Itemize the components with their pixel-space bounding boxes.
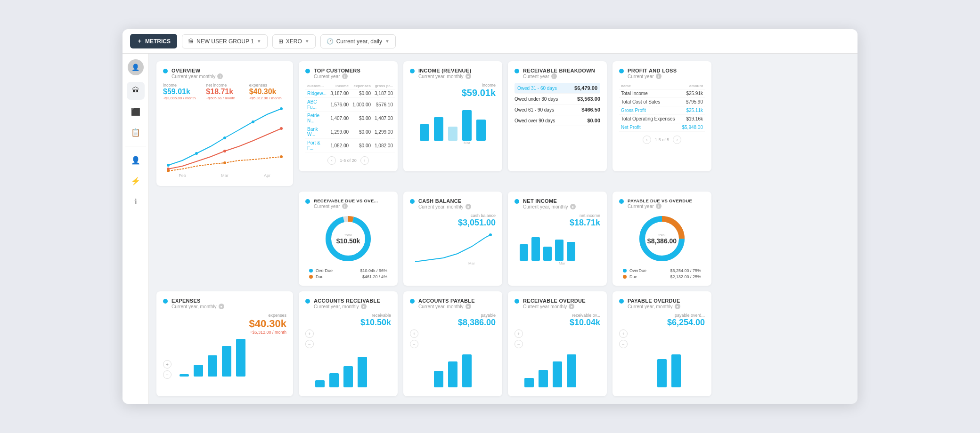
receivable-overdue-card: RECEIVABLE OVERDUE Current year monthly … — [508, 291, 607, 396]
recvov-title: RECEIVABLE OVERDUE — [523, 298, 586, 304]
overview-title: OVERVIEW — [172, 68, 223, 73]
customers-title: TOP CUSTOMERS — [314, 68, 360, 73]
pnl-next[interactable]: › — [673, 136, 681, 144]
sidebar: 👤 🏛 ⬛ 📋 👤 ⚡ ℹ — [122, 54, 149, 404]
recvov-zoom-out[interactable]: − — [514, 340, 523, 348]
svg-rect-43 — [434, 371, 443, 387]
metrics-button[interactable]: ＋ METRICS — [130, 34, 177, 48]
accrec-zoom-in[interactable]: + — [305, 329, 314, 338]
payov-zoom-out[interactable]: − — [619, 340, 628, 348]
dashboard-row3: EXPENSES Current year, monthly ● expense… — [156, 291, 850, 396]
svg-rect-17 — [462, 110, 472, 141]
net-income-metric: net income $18.71k +$505.sa / month — [206, 83, 243, 100]
accpay-zoom-out[interactable]: − — [410, 340, 418, 348]
exp-info[interactable]: ● — [219, 304, 224, 309]
payov-dot — [619, 299, 624, 304]
pnl-col-amount: amount — [679, 83, 705, 89]
svg-text:Feb: Feb — [179, 173, 186, 178]
svg-rect-38 — [236, 339, 245, 377]
svg-rect-37 — [222, 346, 231, 377]
income-info[interactable]: ● — [466, 73, 471, 79]
recvov-bar-chart — [514, 352, 600, 390]
xero-dropdown[interactable]: ⊞ XERO ▼ — [272, 34, 316, 48]
pnl-prev[interactable]: ‹ — [643, 136, 651, 144]
overview-dot — [163, 69, 168, 73]
sidebar-item-list[interactable]: 📋 — [127, 123, 145, 141]
customers-info[interactable]: i — [342, 73, 348, 79]
recv-dot — [514, 69, 519, 73]
accpay-bar-chart — [410, 352, 496, 390]
sidebar-item-grid[interactable]: ⬛ — [127, 103, 145, 120]
payov-info[interactable]: ● — [675, 304, 680, 309]
exp-change: +$5,312.00 / month — [163, 330, 286, 335]
customers-table: custom... income expenses gross pr... Ri… — [305, 83, 395, 152]
accrec-zoom-out[interactable]: − — [305, 340, 314, 348]
svg-rect-14 — [420, 124, 429, 141]
svg-text:Apr: Apr — [264, 173, 270, 178]
svg-point-7 — [280, 127, 283, 130]
period-label: Current year, daily — [336, 38, 382, 45]
receivable-breakdown-card: RECEIVABLE BREAKDOWN Current year i Owed… — [508, 61, 607, 171]
accrec-value: $10.50k — [360, 318, 391, 328]
overview-subtitle: Current year monthly i — [172, 73, 223, 79]
payov-zoom-in[interactable]: + — [619, 329, 628, 338]
svg-point-10 — [280, 155, 283, 158]
next-page[interactable]: › — [360, 156, 369, 165]
recv-info[interactable]: i — [551, 73, 557, 79]
accrec-bar-chart — [305, 352, 391, 390]
overview-info[interactable]: i — [217, 73, 223, 79]
recvov-val-label: receivable ov... — [572, 313, 600, 318]
sidebar-item-dashboard[interactable]: 🏛 — [127, 82, 145, 100]
sidebar-divider — [125, 146, 146, 146]
payable-due-card: PAYABLE DUE VS OVERDUE Current year i — [612, 192, 711, 286]
exp-zoom-in[interactable]: + — [163, 360, 172, 369]
exp-zoom-out[interactable]: − — [163, 370, 172, 379]
grid-icon: ⊞ — [278, 38, 283, 45]
svg-rect-45 — [462, 354, 472, 387]
accpay-info[interactable]: ● — [466, 304, 471, 309]
pnl-title: PROFIT AND LOSS — [628, 68, 677, 73]
paydue-info[interactable]: i — [656, 203, 662, 209]
netinc-value: $18.71k — [514, 218, 600, 228]
income-dot — [410, 69, 415, 73]
recvov-zoom-in[interactable]: + — [514, 329, 523, 338]
accpay-value: $8,386.00 — [458, 318, 496, 328]
svg-rect-48 — [553, 361, 562, 387]
sidebar-item-user[interactable]: 👤 — [127, 151, 145, 169]
sidebar-item-lightning[interactable]: ⚡ — [127, 172, 145, 190]
caret-icon3: ▼ — [385, 39, 390, 44]
svg-rect-40 — [329, 373, 339, 387]
metrics-label: METRICS — [145, 38, 171, 45]
table-row: Ridgew...3,187.00$0.003,187.00 — [305, 89, 395, 98]
recvov-dot — [514, 299, 519, 304]
customers-pagination: ‹ 1-5 of 20 › — [305, 156, 391, 165]
group-dropdown[interactable]: 🏛 NEW USER GROUP 1 ▼ — [182, 34, 268, 48]
accrec-info[interactable]: ● — [361, 304, 367, 309]
sidebar-item-info[interactable]: ℹ — [127, 192, 145, 210]
prev-page[interactable]: ‹ — [327, 156, 336, 165]
col-gross: gross pr... — [373, 83, 395, 89]
svg-rect-47 — [539, 370, 548, 387]
cash-title: CASH BALANCE — [418, 198, 471, 204]
period-dropdown[interactable]: 🕐 Current year, daily ▼ — [320, 34, 396, 48]
netinc-info[interactable]: ● — [570, 204, 576, 209]
svg-rect-28 — [555, 240, 564, 261]
svg-point-8 — [167, 169, 170, 172]
pnl-dot — [619, 69, 624, 73]
recvdue-info[interactable]: i — [342, 203, 348, 209]
svg-rect-26 — [531, 237, 540, 261]
accpay-val-label: payable — [481, 313, 496, 318]
income-revenue-card: INCOME (REVENUE) Current year, monthly ●… — [403, 61, 502, 171]
recvov-info[interactable]: ● — [569, 304, 574, 309]
table-row: Total Income$25.91k — [619, 89, 705, 98]
plus-icon: ＋ — [137, 37, 142, 45]
building-icon: 🏛 — [188, 38, 194, 45]
svg-text:Mar: Mar — [559, 261, 565, 265]
table-row: ABC Fu...1,576.001,000.00$576.10 — [305, 98, 395, 112]
cash-info[interactable]: ● — [466, 204, 471, 209]
svg-point-9 — [223, 161, 226, 164]
svg-rect-36 — [208, 355, 217, 377]
caret-icon2: ▼ — [305, 39, 310, 44]
pnl-info[interactable]: i — [656, 73, 662, 79]
accpay-zoom-in[interactable]: + — [410, 329, 418, 338]
